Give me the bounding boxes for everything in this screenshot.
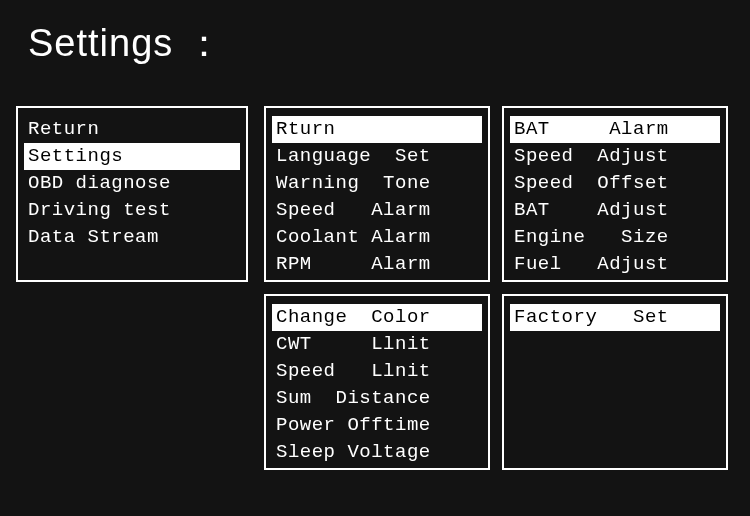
settings-panel-4: Factory Set <box>502 294 728 470</box>
menu-item-rturn[interactable]: Rturn <box>272 116 482 143</box>
main-menu-panel: Return Settings OBD diagnose Driving tes… <box>16 106 248 282</box>
menu-item-warning-tone[interactable]: Warning Tone <box>272 170 482 197</box>
menu-item-bat-adjust[interactable]: BAT Adjust <box>510 197 720 224</box>
menu-item-driving-test[interactable]: Driving test <box>24 197 240 224</box>
settings-panel-1: Rturn Language Set Warning Tone Speed Al… <box>264 106 490 282</box>
menu-item-factory-set[interactable]: Factory Set <box>510 304 720 331</box>
menu-item-return[interactable]: Return <box>24 116 240 143</box>
settings-grid: Return Settings OBD diagnose Driving tes… <box>16 106 734 500</box>
menu-item-speed-alarm[interactable]: Speed Alarm <box>272 197 482 224</box>
menu-item-sleep-voltage[interactable]: Sleep Voltage <box>272 439 482 466</box>
menu-item-speed-llnit[interactable]: Speed Llnit <box>272 358 482 385</box>
menu-item-change-color[interactable]: Change Color <box>272 304 482 331</box>
menu-item-cwt-llnit[interactable]: CWT Llnit <box>272 331 482 358</box>
menu-item-speed-offset[interactable]: Speed Offset <box>510 170 720 197</box>
menu-item-engine-size[interactable]: Engine Size <box>510 224 720 251</box>
menu-item-rpm-alarm[interactable]: RPM Alarm <box>272 251 482 278</box>
menu-item-language-set[interactable]: Language Set <box>272 143 482 170</box>
menu-item-coolant-alarm[interactable]: Coolant Alarm <box>272 224 482 251</box>
settings-panel-3: Change Color CWT Llnit Speed Llnit Sum D… <box>264 294 490 470</box>
settings-panel-2: BAT Alarm Speed Adjust Speed Offset BAT … <box>502 106 728 282</box>
menu-item-power-offtime[interactable]: Power Offtime <box>272 412 482 439</box>
menu-item-settings[interactable]: Settings <box>24 143 240 170</box>
page-title: Settings ： <box>0 0 750 69</box>
menu-item-fuel-adjust[interactable]: Fuel Adjust <box>510 251 720 278</box>
menu-item-obd-diagnose[interactable]: OBD diagnose <box>24 170 240 197</box>
menu-item-speed-adjust[interactable]: Speed Adjust <box>510 143 720 170</box>
menu-item-sum-distance[interactable]: Sum Distance <box>272 385 482 412</box>
menu-item-data-stream[interactable]: Data Stream <box>24 224 240 251</box>
menu-item-bat-alarm[interactable]: BAT Alarm <box>510 116 720 143</box>
